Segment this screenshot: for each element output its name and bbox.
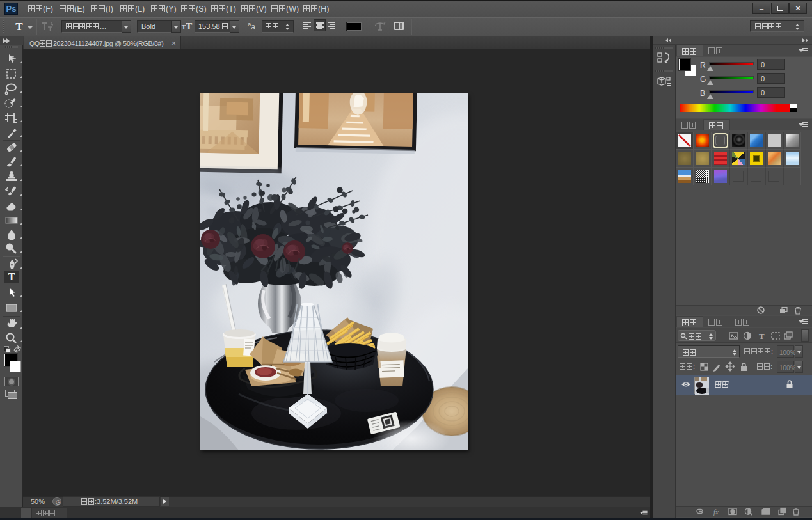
svg-text:T: T [759, 331, 765, 341]
svg-text:fx: fx [713, 508, 719, 516]
